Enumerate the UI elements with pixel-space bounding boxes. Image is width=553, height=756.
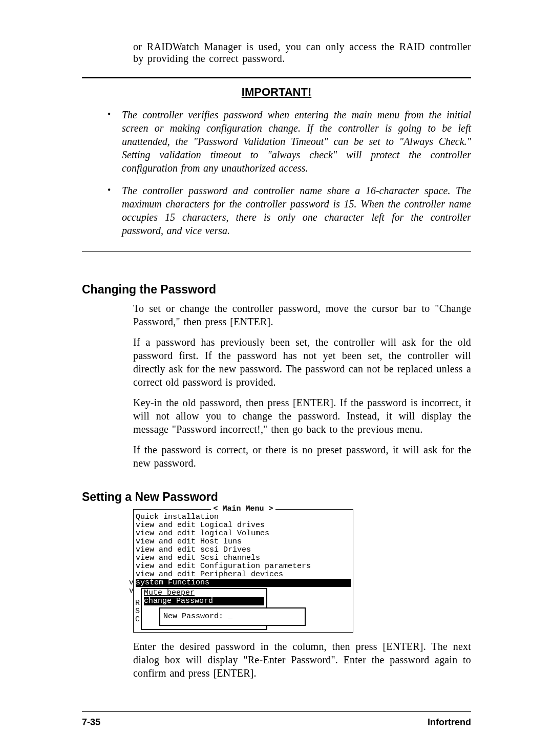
page-number: 7-35 [82,717,100,728]
new-password-label: New Password: _ [163,612,232,621]
bullet-dot: • [108,184,122,237]
terminal-title: < Main Menu > [211,505,275,513]
terminal-line: view and edit scsi Drives [136,546,351,554]
body-paragraph: To set or change the controller password… [133,302,471,328]
important-block: IMPORTANT! • The controller verifies pas… [82,77,471,252]
important-heading: IMPORTANT! [82,86,471,99]
page-footer: 7-35 Infortrend [82,711,471,728]
terminal-line: view and edit Host luns [136,538,351,546]
submenu-mute-beeper: Mute beeper [144,589,264,597]
terminal-line-highlighted: system Functions [136,579,351,587]
bullet-text: The controller verifies password when en… [122,108,471,175]
body-paragraph: Key-in the old password, then press [ENT… [133,396,471,436]
terminal-line: Quick installation [136,513,351,521]
footer-brand: Infortrend [428,717,471,728]
bullet-text: The controller password and controller n… [122,184,471,237]
terminal-line: view and edit Scsi channels [136,554,351,562]
terminal-line: view and edit Logical drives [136,521,351,530]
terminal-side-letters: v v [129,579,134,595]
terminal-line: view and edit logical Volumes [136,530,351,538]
bullet-item: • The controller password and controller… [108,184,471,237]
submenu-change-password: change Password [144,597,264,605]
new-password-box: New Password: _ [159,607,306,626]
terminal-line: view and edit Configuration parameters [136,562,351,571]
terminal-line: view and edit Peripheral devices [136,571,351,579]
body-paragraph: Enter the desired password in the column… [133,640,471,680]
terminal-screenshot: < Main Menu > Quick installation view an… [133,509,353,633]
terminal-side-letters: R S C [135,599,140,624]
bullet-item: • The controller verifies password when … [108,108,471,175]
body-paragraph: If the password is correct, or there is … [133,443,471,470]
section-heading-changing-password: Changing the Password [82,283,471,297]
terminal-submenu: R S C Mute beeper change Password New Pa… [141,588,267,630]
bullet-dot: • [108,108,122,175]
body-paragraph: If a password has previously been set, t… [133,335,471,389]
intro-paragraph: or RAIDWatch Manager is used, you can on… [133,41,471,65]
section-heading-setting-new-password: Setting a New Password [82,490,471,504]
